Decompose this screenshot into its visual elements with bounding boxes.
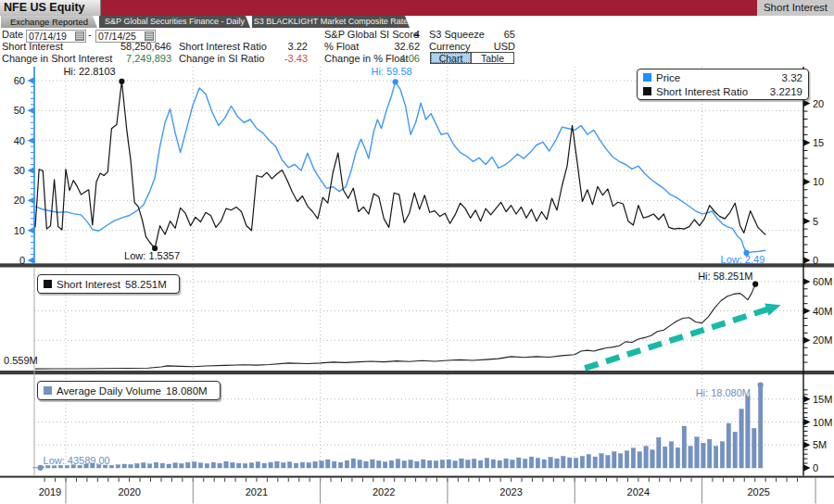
- sir-swatch-icon: [643, 87, 651, 95]
- legend-row-price: Price 3.32: [638, 70, 808, 84]
- legend-row-volume: Average Daily Volume 18.080M: [38, 382, 220, 399]
- legend-volume-label: Average Daily Volume: [57, 385, 161, 397]
- price-swatch-icon: [643, 73, 651, 82]
- legend-price-label: Price: [656, 72, 680, 83]
- legend-sir-label: Short Interest Ratio: [656, 86, 748, 97]
- legend-short-interest-value: 58.251M: [125, 279, 167, 290]
- legend-volume-value: 18.080M: [166, 385, 208, 397]
- volume-legend: Average Daily Volume 18.080M: [37, 381, 221, 400]
- legend-short-interest-label: Short Interest: [57, 279, 120, 290]
- legend-sir-value: 3.2219: [770, 86, 802, 97]
- volume-swatch-icon: [44, 386, 52, 395]
- main-chart-legend: Price 3.32 Short Interest Ratio 3.2219: [637, 69, 809, 100]
- short-interest-swatch-icon: [44, 280, 52, 288]
- terminal-window: NFE US Equity Short Interest Exchange Re…: [0, 0, 834, 504]
- legend-row-sir: Short Interest Ratio 3.2219: [638, 84, 808, 98]
- legend-row-short-interest: Short Interest 58.251M: [38, 275, 179, 293]
- legend-price-value: 3.32: [782, 72, 802, 83]
- short-interest-legend: Short Interest 58.251M: [37, 274, 180, 294]
